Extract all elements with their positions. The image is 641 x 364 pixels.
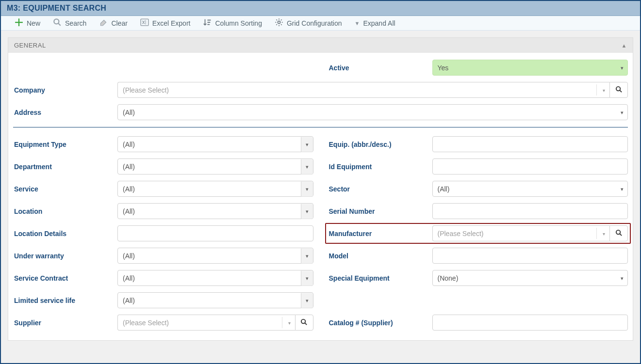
service-contract-select[interactable]: (All) bbox=[117, 270, 313, 286]
model-input[interactable] bbox=[432, 248, 628, 264]
eraser-icon bbox=[99, 18, 108, 28]
plus-icon bbox=[15, 18, 23, 28]
department-label: Department bbox=[13, 163, 117, 171]
model-label: Model bbox=[328, 252, 432, 260]
under-warranty-label: Under warranty bbox=[13, 252, 117, 260]
excel-label: Excel Export bbox=[152, 19, 191, 27]
panel-body: Active Yes Company (Pl bbox=[8, 53, 633, 340]
department-select[interactable]: (All) bbox=[117, 158, 313, 174]
company-combo[interactable]: (Please Select) bbox=[117, 82, 609, 98]
search-icon bbox=[615, 229, 623, 238]
company-lookup-button[interactable] bbox=[609, 82, 628, 98]
svg-point-5 bbox=[616, 86, 620, 90]
general-panel-header[interactable]: GENERAL ▲ bbox=[8, 38, 633, 53]
clear-label: Clear bbox=[111, 19, 127, 27]
catalog-supplier-input[interactable] bbox=[432, 315, 628, 331]
search-icon bbox=[53, 18, 62, 28]
svg-rect-2 bbox=[141, 19, 148, 26]
svg-point-9 bbox=[301, 319, 305, 323]
svg-line-6 bbox=[620, 90, 622, 92]
expand-all-button[interactable]: ▼ Expand All bbox=[355, 19, 395, 27]
excel-export-button[interactable]: Excel Export bbox=[140, 18, 191, 28]
under-warranty-select[interactable]: (All) bbox=[117, 248, 313, 264]
svg-line-1 bbox=[58, 23, 61, 26]
spacer bbox=[13, 60, 313, 76]
window-title: M3: EQUIPMENT SEARCH bbox=[1, 1, 640, 16]
gear-icon bbox=[275, 18, 283, 28]
equipment-type-label: Equipment Type bbox=[13, 141, 117, 148]
location-details-label: Location Details bbox=[13, 230, 117, 237]
column-sorting-button[interactable]: Column Sorting bbox=[203, 18, 262, 28]
active-select[interactable]: Yes bbox=[432, 60, 628, 76]
panel-title: GENERAL bbox=[14, 42, 46, 49]
active-label: Active bbox=[328, 64, 432, 72]
expand-label: Expand All bbox=[363, 19, 395, 27]
service-label: Service bbox=[13, 185, 117, 193]
svg-point-7 bbox=[616, 230, 620, 234]
spacer bbox=[328, 292, 628, 308]
content-area: GENERAL ▲ Active Yes bbox=[1, 31, 640, 363]
sector-select[interactable]: (All) bbox=[432, 181, 628, 197]
equip-abbr-input[interactable] bbox=[432, 136, 628, 152]
grid-label: Grid Configuration bbox=[287, 19, 342, 27]
supplier-lookup-button[interactable] bbox=[295, 315, 313, 331]
general-panel: GENERAL ▲ Active Yes bbox=[8, 37, 633, 341]
location-select[interactable]: (All) bbox=[117, 203, 313, 219]
supplier-label: Supplier bbox=[13, 319, 117, 327]
equipment-type-select[interactable]: (All) bbox=[117, 136, 313, 152]
chevron-down-icon: ▼ bbox=[355, 20, 360, 26]
svg-point-4 bbox=[278, 21, 280, 23]
svg-line-8 bbox=[620, 234, 622, 236]
location-label: Location bbox=[13, 207, 117, 215]
limited-service-life-label: Limited service life bbox=[13, 297, 117, 304]
address-select[interactable]: (All) bbox=[117, 104, 628, 120]
service-select[interactable]: (All) bbox=[117, 181, 313, 197]
serial-number-input[interactable] bbox=[432, 203, 628, 219]
manufacturer-field-highlight: Manufacturer (Please Select) bbox=[325, 223, 631, 244]
manufacturer-combo[interactable]: (Please Select) bbox=[432, 225, 610, 241]
new-label: New bbox=[27, 19, 40, 27]
sector-label: Sector bbox=[328, 185, 432, 193]
company-label: Company bbox=[13, 86, 117, 94]
toolbar: New Search Clear Excel Export Column Sor… bbox=[1, 16, 640, 31]
id-equipment-input[interactable] bbox=[432, 158, 628, 174]
clear-button[interactable]: Clear bbox=[99, 18, 127, 28]
id-equipment-label: Id Equipment bbox=[328, 163, 432, 171]
new-button[interactable]: New bbox=[15, 18, 40, 28]
search-icon bbox=[615, 86, 623, 95]
supplier-combo[interactable]: (Please Select) bbox=[117, 315, 295, 331]
excel-icon bbox=[140, 18, 149, 28]
equip-abbr-label: Equip. (abbr./desc.) bbox=[328, 141, 432, 148]
address-label: Address bbox=[13, 109, 117, 116]
sort-icon bbox=[203, 18, 212, 28]
limited-service-life-select[interactable]: (All) bbox=[117, 292, 313, 308]
search-label: Search bbox=[65, 19, 86, 27]
collapse-icon: ▲ bbox=[622, 43, 627, 48]
grid-config-button[interactable]: Grid Configuration bbox=[275, 18, 342, 28]
separator bbox=[13, 127, 628, 127]
search-icon bbox=[300, 318, 308, 327]
svg-line-10 bbox=[305, 323, 307, 325]
location-details-input[interactable] bbox=[117, 225, 313, 241]
search-button[interactable]: Search bbox=[53, 18, 86, 28]
equipment-search-window: M3: EQUIPMENT SEARCH New Search Clear Ex… bbox=[0, 0, 641, 364]
catalog-supplier-label: Catalog # (Supplier) bbox=[328, 319, 432, 327]
special-equipment-select[interactable]: (None) bbox=[432, 270, 628, 286]
service-contract-label: Service Contract bbox=[13, 274, 117, 282]
manufacturer-lookup-button[interactable] bbox=[609, 225, 628, 241]
manufacturer-label: Manufacturer bbox=[328, 230, 432, 237]
serial-number-label: Serial Number bbox=[328, 207, 432, 215]
special-equipment-label: Special Equipment bbox=[328, 274, 432, 282]
svg-point-0 bbox=[54, 19, 59, 24]
sort-label: Column Sorting bbox=[215, 19, 262, 27]
